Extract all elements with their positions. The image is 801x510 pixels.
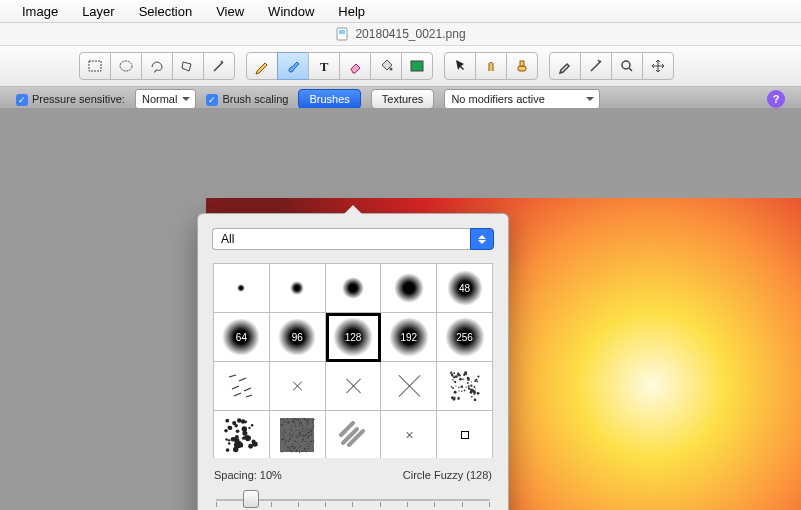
titlebar: 20180415_0021.png [0, 23, 801, 46]
brush-cell[interactable] [270, 362, 326, 411]
svg-point-115 [245, 421, 248, 424]
svg-rect-251 [283, 435, 284, 436]
svg-point-107 [234, 442, 240, 448]
svg-rect-216 [284, 420, 285, 421]
svg-rect-197 [290, 435, 291, 436]
ellipse-select-tool[interactable] [110, 52, 142, 80]
svg-point-75 [457, 397, 459, 399]
pointer-tool[interactable] [444, 52, 476, 80]
eyedropper-tool[interactable] [549, 52, 581, 80]
smudge-tool[interactable] [475, 52, 507, 80]
svg-rect-191 [297, 441, 298, 442]
zoom-tool[interactable] [611, 52, 643, 80]
svg-rect-209 [295, 423, 296, 424]
svg-rect-229 [310, 441, 311, 442]
brush-cell[interactable]: 192 [381, 313, 437, 362]
pressure-mode-select[interactable]: Normal [135, 89, 196, 109]
spacing-slider[interactable] [216, 487, 490, 507]
brush-cell[interactable]: 64 [214, 313, 270, 362]
brush-grid: 486496128192256 [213, 263, 493, 459]
brush-cell[interactable] [326, 362, 382, 411]
move-tool[interactable] [642, 52, 674, 80]
svg-point-65 [451, 396, 454, 399]
eraser-tool[interactable] [339, 52, 371, 80]
svg-point-23 [454, 375, 457, 378]
brush-cell[interactable]: 48 [437, 264, 493, 313]
svg-point-56 [476, 381, 478, 383]
lasso-tool[interactable] [141, 52, 173, 80]
menu-view[interactable]: View [204, 0, 256, 22]
menu-help[interactable]: Help [326, 0, 377, 22]
menu-window[interactable]: Window [256, 0, 326, 22]
svg-rect-255 [309, 432, 310, 433]
category-dropdown-button[interactable] [470, 228, 494, 250]
brush-cell[interactable] [381, 264, 437, 313]
brushes-button[interactable]: Brushes [298, 89, 360, 109]
brush-cell[interactable] [381, 411, 437, 459]
svg-rect-212 [305, 430, 306, 431]
svg-rect-169 [305, 435, 306, 436]
clone-tool[interactable] [506, 52, 538, 80]
brush-cell[interactable] [214, 362, 270, 411]
brush-cell[interactable] [214, 411, 270, 459]
menu-image[interactable]: Image [10, 0, 70, 22]
svg-rect-182 [291, 451, 292, 452]
svg-rect-228 [313, 449, 314, 450]
brush-cell[interactable] [326, 264, 382, 313]
svg-rect-258 [284, 438, 285, 439]
svg-rect-199 [287, 447, 288, 448]
brush-cell[interactable] [326, 411, 382, 459]
svg-line-13 [244, 388, 251, 391]
brush-cell[interactable] [214, 264, 270, 313]
svg-point-69 [452, 379, 454, 381]
svg-rect-155 [307, 443, 308, 444]
svg-rect-167 [300, 423, 301, 424]
gradient-tool[interactable] [401, 52, 433, 80]
brush-cell[interactable] [270, 411, 326, 459]
svg-rect-237 [295, 447, 296, 448]
brush-cell[interactable] [270, 264, 326, 313]
brush-grid-scroll[interactable]: 486496128192256 [212, 262, 494, 459]
brush-cell[interactable]: 256 [437, 313, 493, 362]
svg-point-3 [120, 61, 132, 71]
crop-tool[interactable] [580, 52, 612, 80]
brush-cell[interactable]: 96 [270, 313, 326, 362]
svg-rect-137 [289, 447, 290, 448]
svg-rect-232 [293, 450, 294, 451]
wand-tool[interactable] [203, 52, 235, 80]
help-button[interactable]: ? [767, 90, 785, 108]
rect-select-tool[interactable] [79, 52, 111, 80]
svg-point-85 [249, 427, 251, 429]
svg-rect-201 [299, 425, 300, 426]
category-combo[interactable] [212, 228, 494, 250]
brush-cell[interactable] [437, 362, 493, 411]
svg-line-15 [246, 395, 252, 397]
brush-cell[interactable] [381, 362, 437, 411]
svg-rect-244 [295, 419, 296, 420]
brush-cell[interactable]: 128 [326, 313, 382, 362]
svg-rect-235 [313, 427, 314, 428]
slider-thumb[interactable] [243, 490, 259, 508]
brush-tool[interactable] [277, 52, 309, 80]
svg-rect-173 [283, 450, 284, 451]
svg-rect-175 [300, 430, 301, 431]
svg-rect-239 [282, 439, 283, 440]
svg-point-47 [471, 396, 473, 398]
spacing-label: Spacing: 10% [214, 469, 282, 481]
brush-cell[interactable] [437, 411, 493, 459]
polygon-select-tool[interactable] [172, 52, 204, 80]
svg-rect-166 [301, 422, 302, 423]
pressure-checkbox[interactable]: ✓Pressure sensitive: [16, 93, 125, 106]
category-input[interactable] [212, 228, 470, 250]
svg-rect-211 [289, 440, 290, 441]
svg-rect-192 [297, 437, 298, 438]
menu-selection[interactable]: Selection [127, 0, 204, 22]
menu-layer[interactable]: Layer [70, 0, 127, 22]
modifiers-select[interactable]: No modifiers active [444, 89, 600, 109]
bucket-tool[interactable] [370, 52, 402, 80]
svg-rect-147 [295, 448, 296, 449]
textures-button[interactable]: Textures [371, 89, 435, 109]
pencil-tool[interactable] [246, 52, 278, 80]
text-tool[interactable]: T [308, 52, 340, 80]
brush-scaling-checkbox[interactable]: ✓Brush scaling [206, 93, 288, 106]
